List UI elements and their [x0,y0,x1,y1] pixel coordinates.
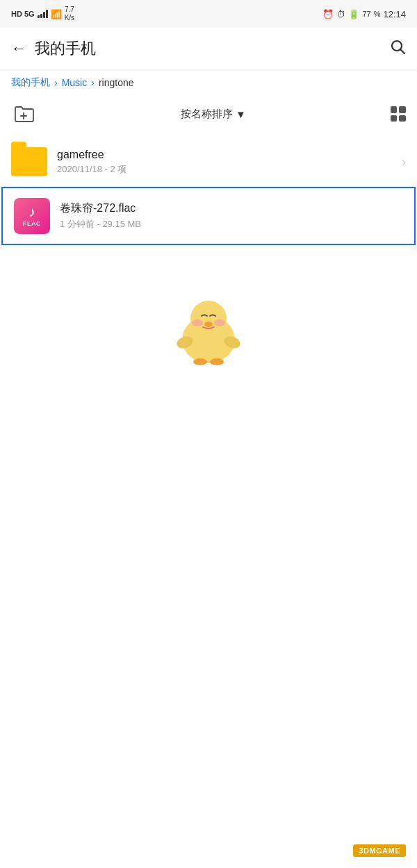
status-right: ⏰ ⏱ 🔋 77% 12:14 [322,9,406,19]
sort-dropdown-icon: ▼ [236,108,246,120]
view-toggle-button[interactable] [391,106,406,122]
file-name: 卷珠帘-272.flac [60,201,403,216]
status-bar: HD 5G 📶 7.7 K/s ⏰ ⏱ 🔋 77% 12:14 [0,0,417,28]
folder-info: gamefree 2020/11/18 - 2 项 [57,149,402,176]
battery-icon: 🔋 [348,9,359,19]
breadcrumb-sep-2: › [91,77,95,88]
folder-item-gamefree[interactable]: gamefree 2020/11/18 - 2 项 › [0,137,417,187]
file-list: gamefree 2020/11/18 - 2 项 › ♪ FLAC 卷珠帘-2… [0,132,417,251]
nav-left: ← 我的手机 [11,38,96,59]
flac-label: FLAC [23,220,41,227]
battery-level: 77 [362,10,370,18]
mascot-image [167,292,250,369]
sort-label: 按名称排序 [181,108,233,121]
breadcrumb-current: ringtone [99,77,134,88]
time-display: 12:14 [383,9,406,19]
file-item-flac[interactable]: ♪ FLAC 卷珠帘-272.flac 1 分钟前 - 29.15 MB [1,187,416,245]
search-button[interactable] [389,38,406,59]
folder-arrow-icon: › [402,155,406,169]
svg-point-7 [214,319,225,326]
flac-file-icon: ♪ FLAC [14,198,50,234]
breadcrumb-sep-1: › [54,77,58,88]
page-title: 我的手机 [35,38,96,59]
breadcrumb: 我的手机 › Music › ringtone [0,69,417,96]
new-folder-button[interactable] [11,101,36,126]
alarm-icon: ⏰ [322,9,334,19]
music-note-icon: ♪ [28,205,35,219]
top-navigation: ← 我的手机 [0,28,417,69]
toolbar: 按名称排序 ▼ [0,96,417,132]
toolbar-left [11,101,36,126]
file-info: 卷珠帘-272.flac 1 分钟前 - 29.15 MB [60,201,403,231]
svg-line-1 [401,49,405,53]
svg-point-6 [192,319,203,326]
clock-icon: ⏱ [336,9,345,19]
mascot-area [0,251,417,383]
speed-text: 7.7 K/s [65,6,74,22]
sort-button[interactable]: 按名称排序 ▼ [181,108,246,121]
signal-bars [38,10,48,18]
status-left: HD 5G 📶 7.7 K/s [11,6,74,22]
folder-meta: 2020/11/18 - 2 项 [57,163,402,176]
file-meta: 1 分钟前 - 29.15 MB [60,218,403,231]
svg-point-8 [204,322,213,327]
folder-name: gamefree [57,149,402,161]
wifi-icon: 📶 [51,9,62,19]
back-button[interactable]: ← [11,40,26,58]
breadcrumb-music[interactable]: Music [62,77,88,88]
svg-point-12 [210,358,224,365]
grid-view-icon [391,106,406,122]
svg-point-11 [193,358,207,365]
watermark: 3DMGAME [353,844,406,857]
folder-icon [11,147,47,176]
network-label: HD 5G [11,10,35,18]
breadcrumb-home[interactable]: 我的手机 [11,76,50,89]
svg-point-5 [190,301,227,337]
